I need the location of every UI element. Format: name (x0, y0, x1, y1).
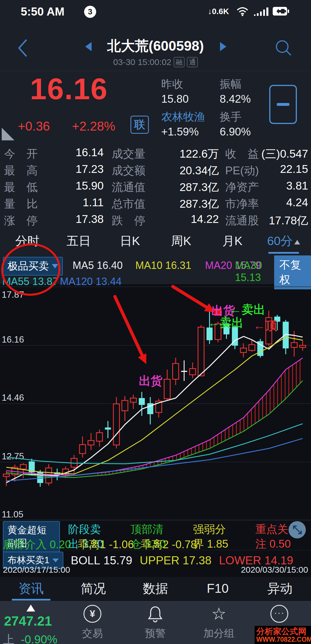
divider (0, 519, 311, 520)
stock-app: 5:50 AM 3 ↓0.6K 北大荒(600598) 03-30 15 (0, 0, 311, 644)
corner-fold-decoration (2, 128, 14, 140)
tab-movement[interactable]: 异动 (249, 577, 311, 601)
signal-bars-icon (253, 6, 270, 17)
bottom-tab-bar: 资讯 简况 数据 F10 异动 (0, 577, 311, 601)
bull-band-hatch (98, 360, 300, 476)
chevron-down-icon (52, 559, 59, 562)
current-price: 16.16 (30, 72, 108, 106)
candle-up (3, 474, 10, 476)
candle-up (113, 404, 120, 445)
date-end: 2020/03/30/15:00 (241, 565, 308, 575)
more-icon: ··· (270, 605, 288, 623)
battery-charging-icon (272, 6, 290, 16)
candle-up (189, 369, 196, 375)
watermark-url: WWW.70822.COM (256, 636, 311, 643)
candle-up (198, 327, 204, 376)
tab-monthly-k[interactable]: 月K (207, 232, 258, 254)
quote-timestamp: 03-30 15:00:02 (113, 57, 171, 67)
annotation-arrow (173, 286, 206, 307)
minus-icon (277, 103, 289, 106)
ma5-value: MA5 16.40 (73, 259, 123, 272)
ma30-value: MA30 15.13 (235, 259, 273, 284)
tab-data[interactable]: 数据 (124, 577, 187, 601)
boll-mid: BOLL 15.79 (71, 554, 132, 567)
tab-f10[interactable]: F10 (187, 577, 249, 601)
index-change: 上 -0.90% (3, 632, 57, 644)
ma10-value: MA10 16.31 (135, 259, 191, 272)
tab-news[interactable]: 资讯 (0, 577, 62, 601)
index-expand-arrow[interactable] (26, 605, 35, 611)
add-group-button[interactable]: ☆ 加分组 (199, 605, 239, 641)
ma-line-ma5 (6, 335, 303, 483)
candle-up (20, 465, 26, 469)
price-change-pct: +2.28% (72, 119, 115, 133)
clock: 5:50 AM (21, 5, 65, 18)
y-tick-label: 14.46 (2, 393, 24, 403)
grid-row: 今 开16.14 成交量122.6万 收 益(三)0.547 (0, 146, 311, 163)
index-value[interactable]: 2747.21 (4, 613, 52, 629)
candle-up (291, 343, 297, 347)
candle-up (300, 345, 306, 347)
divider (0, 71, 311, 71)
annotation-text: ←卖出 (208, 316, 243, 329)
sub1-stat: 强弱分界 1.85 (193, 522, 249, 551)
network-speed: ↓0.6K (208, 7, 229, 16)
candle-up (122, 400, 128, 411)
alert-button[interactable]: 预警 (135, 605, 175, 641)
ma-line-ma30 (6, 381, 303, 477)
next-stock-button[interactable] (220, 42, 226, 51)
annotation-text: 出货 (139, 374, 162, 387)
divider (0, 550, 311, 550)
collapse-panel-button[interactable] (269, 85, 297, 124)
more-button[interactable]: ··· (259, 605, 299, 626)
y-tick-label: 11.05 (2, 509, 23, 519)
tab-weekly-k[interactable]: 周K (156, 232, 207, 254)
tab-daily-k[interactable]: 日K (104, 232, 156, 254)
candle-down (139, 398, 145, 405)
trade-button[interactable]: ¥ 交易 (72, 605, 113, 641)
margin-badge: 融 (174, 57, 185, 67)
stock-title: 北大荒(600598) (0, 37, 311, 55)
turnover-value: 6.90% (220, 126, 251, 137)
annotation-arrow (115, 297, 142, 355)
prev-close-label: 昨收 (161, 78, 183, 90)
candle-up (79, 445, 86, 454)
notification-badge: 3 (84, 6, 96, 18)
tab-60min[interactable]: 60分 (258, 232, 309, 254)
date-start: 2020/03/17/15:00 (3, 565, 70, 575)
period-more-icon (294, 240, 300, 244)
tab-5day[interactable]: 五日 (53, 232, 104, 254)
active-tab-underline (12, 599, 50, 601)
bell-icon (147, 605, 163, 622)
sector-link[interactable]: 农林牧渔 (161, 111, 205, 123)
expand-chart-button[interactable]: ⤡ (289, 521, 306, 538)
ma-line-ma55 (6, 424, 303, 464)
securities-lending-badge: 通 (187, 57, 198, 67)
ma-line-ma10 (6, 337, 303, 474)
candle-up (240, 348, 246, 352)
candle-down (105, 427, 111, 429)
status-bar: 5:50 AM 3 ↓0.6K (0, 0, 311, 23)
candle-doji (181, 371, 187, 372)
grid-row: 涨 停17.38 跌 停14.22 流通股17.78亿 (0, 213, 311, 230)
y-tick-label: 12.75 (2, 451, 24, 461)
turnover-label: 换手 (220, 111, 242, 123)
tab-profile[interactable]: 简况 (62, 577, 124, 601)
search-icon[interactable] (274, 39, 293, 58)
linked-quote-badge[interactable]: 联 (130, 116, 149, 134)
amplitude-value: 8.42% (220, 93, 251, 105)
candlestick-chart[interactable]: 17.8716.1614.4612.7511.05出货←卖出←卖出←顶出货 (0, 284, 311, 522)
candle-down (206, 328, 213, 340)
candle-up (96, 433, 103, 441)
candle-up (130, 398, 136, 402)
quote-timestamp-row: 03-30 15:00:02融通 (0, 57, 311, 67)
grid-row: 最 低15.90 流通值287.3亿 净资产3.81 (0, 179, 311, 196)
annotation-text: ←卖出 (230, 303, 265, 316)
watermark: 分析家公式网 WWW.70822.COM (255, 626, 311, 644)
active-tab-underline (268, 252, 299, 254)
sector-change: +1.59% (161, 126, 199, 137)
candle-up (249, 345, 255, 350)
candle-up (173, 364, 179, 379)
grid-row: 量 比1.11 总市值287.3亿 市净率4.24 (0, 196, 311, 213)
annotation-text: ←顶 (253, 319, 277, 332)
